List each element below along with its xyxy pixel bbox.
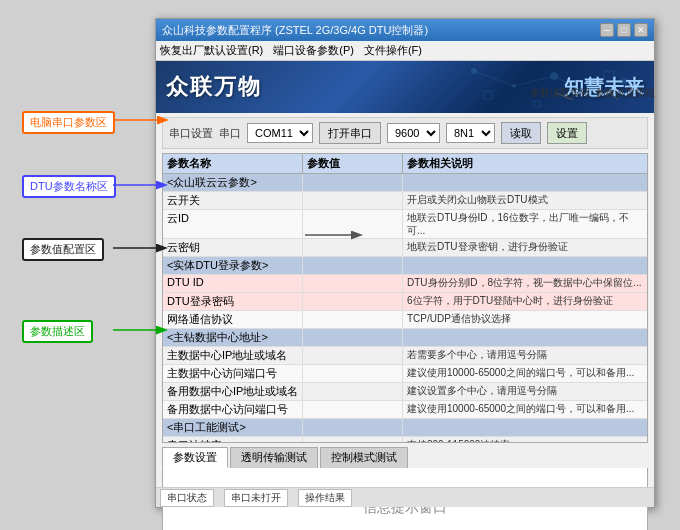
cell-value[interactable] [303, 347, 403, 364]
cell-value[interactable] [303, 257, 403, 274]
status-port-state: 串口状态 [160, 489, 214, 507]
svg-line-8 [594, 81, 624, 96]
svg-line-7 [554, 76, 594, 96]
col-name-header: 参数名称 [163, 154, 303, 173]
menu-item-file[interactable]: 文件操作(F) [364, 43, 422, 58]
port-label: 串口 [219, 126, 241, 141]
tab-transparent-test[interactable]: 透明传输测试 [230, 447, 318, 468]
table-row[interactable]: 备用数据中心访问端口号 建议使用10000-65000之间的端口号，可以和备用.… [163, 401, 647, 419]
table-row[interactable]: 主数据中心IP地址或域名 若需要多个中心，请用逗号分隔 [163, 347, 647, 365]
cell-name: DTU登录密码 [163, 293, 303, 310]
set-button[interactable]: 设置 [547, 122, 587, 144]
table-row[interactable]: DTU ID DTU身份分别ID，8位字符，视一数据中心中保留位... [163, 275, 647, 293]
cell-name: 备用数据中心IP地址或域名 [163, 383, 303, 400]
banner-left-text: 众联万物 [166, 72, 262, 102]
cell-value[interactable] [303, 383, 403, 400]
cell-desc: 建议使用10000-65000之间的端口号，可以和备用... [403, 401, 647, 418]
content-area: 参数名称 参数值 参数相关说明 <众山联云云参数> 云开关 开启或关闭众山物联云… [162, 153, 648, 443]
header-banner: 众联万物 知慧未来 [156, 61, 654, 113]
cell-value[interactable] [303, 293, 403, 310]
cell-desc [403, 419, 647, 436]
cell-desc: 建议使用10000-65000之间的端口号，可以和备用... [403, 365, 647, 382]
cell-name: DTU ID [163, 275, 303, 292]
cell-desc [403, 329, 647, 346]
tab-bar: 参数设置 透明传输测试 控制模式测试 [162, 447, 648, 468]
table-row[interactable]: <众山联云云参数> [163, 174, 647, 192]
svg-line-6 [514, 76, 554, 86]
svg-rect-10 [534, 101, 540, 107]
svg-rect-9 [484, 91, 492, 99]
cell-name: 云开关 [163, 192, 303, 209]
table-row[interactable]: <串口工能测试> [163, 419, 647, 437]
col-desc-header: 参数相关说明 [403, 154, 647, 173]
cell-name: 主数据中心IP地址或域名 [163, 347, 303, 364]
cell-desc: 6位字符，用于DTU登陆中心时，进行身份验证 [403, 293, 647, 310]
menu-bar: 恢复出厂默认设置(R) 端口设备参数(P) 文件操作(F) [156, 41, 654, 61]
cell-desc: 建议设置多个中心，请用逗号分隔 [403, 383, 647, 400]
table-row[interactable]: 串口波特率 支持300-115200波特率 [163, 437, 647, 442]
annotation-param-value-zone: 参数值配置区 [22, 238, 104, 261]
cell-desc: DTU身份分别ID，8位字符，视一数据中心中保留位... [403, 275, 647, 292]
cell-value[interactable] [303, 419, 403, 436]
cell-desc: 开启或关闭众山物联云DTU模式 [403, 192, 647, 209]
cell-value[interactable] [303, 239, 403, 256]
table-row[interactable]: 云ID 地联云DTU身份ID，16位数字，出厂唯一编码，不可... [163, 210, 647, 239]
table-row[interactable]: 网络通信协议 TCP/UDP通信协议选择 [163, 311, 647, 329]
status-operation-result: 操作结果 [298, 489, 352, 507]
cell-name: 网络通信协议 [163, 311, 303, 328]
annotation-param-desc-zone: 参数描述区 [22, 320, 93, 343]
table-row[interactable]: 云开关 开启或关闭众山物联云DTU模式 [163, 192, 647, 210]
cell-name: <众山联云云参数> [163, 174, 303, 191]
cell-name: 云ID [163, 210, 303, 238]
cell-name: <串口工能测试> [163, 419, 303, 436]
table-body: <众山联云云参数> 云开关 开启或关闭众山物联云DTU模式 云ID 地联云DTU… [163, 174, 647, 442]
window-title: 众山科技参数配置程序 (ZSTEL 2G/3G/4G DTU控制器) [162, 23, 428, 38]
param-table: 参数名称 参数值 参数相关说明 <众山联云云参数> 云开关 开启或关闭众山物联云… [163, 154, 647, 442]
cell-value[interactable] [303, 311, 403, 328]
cell-value[interactable] [303, 401, 403, 418]
col-value-header: 参数值 [303, 154, 403, 173]
main-window: 众山科技参数配置程序 (ZSTEL 2G/3G/4G DTU控制器) ─ □ ✕… [155, 18, 655, 508]
tab-param-settings[interactable]: 参数设置 [162, 447, 228, 468]
close-button[interactable]: ✕ [634, 23, 648, 37]
cell-name: <主钻数据中心地址> [163, 329, 303, 346]
cell-desc: TCP/UDP通信协议选择 [403, 311, 647, 328]
title-bar: 众山科技参数配置程序 (ZSTEL 2G/3G/4G DTU控制器) ─ □ ✕ [156, 19, 654, 41]
svg-line-5 [474, 71, 514, 86]
table-row[interactable]: 主数据中心访问端口号 建议使用10000-65000之间的端口号，可以和备用..… [163, 365, 647, 383]
status-port-open: 串口未打开 [224, 489, 288, 507]
cell-value[interactable] [303, 437, 403, 442]
annotation-dtu-name-zone: DTU参数名称区 [22, 175, 116, 198]
port-settings-area: 串口设置 串口 COM11 打开串口 9600 8N1 读取 设置 [162, 117, 648, 149]
title-bar-buttons: ─ □ ✕ [600, 23, 648, 37]
menu-item-port[interactable]: 端口设备参数(P) [273, 43, 354, 58]
cell-value[interactable] [303, 275, 403, 292]
baud-rate-select[interactable]: 9600 [387, 123, 440, 143]
open-port-button[interactable]: 打开串口 [319, 122, 381, 144]
annotation-com-zone: 电脑串口参数区 [22, 111, 115, 134]
cell-value[interactable] [303, 210, 403, 238]
table-row[interactable]: <主钻数据中心地址> [163, 329, 647, 347]
cell-value[interactable] [303, 192, 403, 209]
cell-name: <实体DTU登录参数> [163, 257, 303, 274]
table-row[interactable]: 备用数据中心IP地址或域名 建议设置多个中心，请用逗号分隔 [163, 383, 647, 401]
cell-desc: 若需要多个中心，请用逗号分隔 [403, 347, 647, 364]
cell-value[interactable] [303, 329, 403, 346]
cell-value[interactable] [303, 365, 403, 382]
tab-control-test[interactable]: 控制模式测试 [320, 447, 408, 468]
port-section-label: 串口设置 [169, 126, 213, 141]
menu-item-factory[interactable]: 恢复出厂默认设置(R) [160, 43, 263, 58]
com-port-select[interactable]: COM11 [247, 123, 313, 143]
minimize-button[interactable]: ─ [600, 23, 614, 37]
maximize-button[interactable]: □ [617, 23, 631, 37]
cell-desc [403, 257, 647, 274]
table-row[interactable]: <实体DTU登录参数> [163, 257, 647, 275]
cell-name: 主数据中心访问端口号 [163, 365, 303, 382]
table-row[interactable]: 云密钥 地联云DTU登录密钥，进行身份验证 [163, 239, 647, 257]
cell-value[interactable] [303, 174, 403, 191]
read-button[interactable]: 读取 [501, 122, 541, 144]
data-format-select[interactable]: 8N1 [446, 123, 495, 143]
status-bar: 串口状态 串口未打开 操作结果 [156, 487, 654, 507]
table-row[interactable]: DTU登录密码 6位字符，用于DTU登陆中心时，进行身份验证 [163, 293, 647, 311]
table-header: 参数名称 参数值 参数相关说明 [163, 154, 647, 174]
